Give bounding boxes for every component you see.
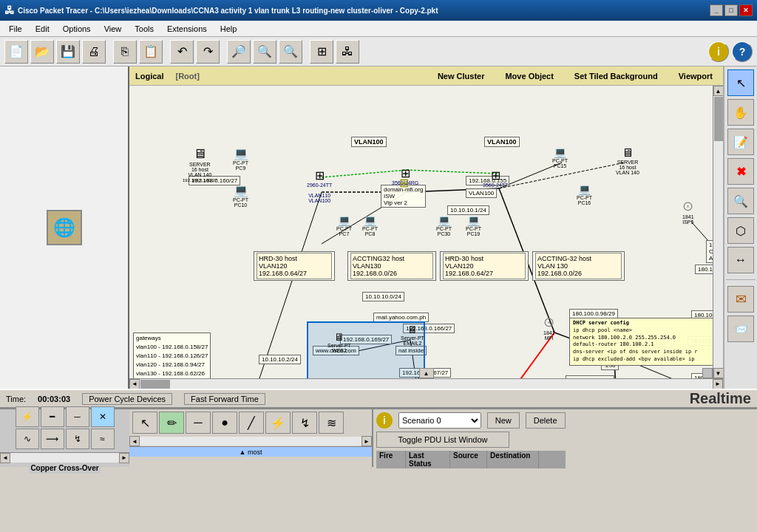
serial-dce-button[interactable]: ⟿ bbox=[41, 429, 64, 449]
vscroll-track[interactable] bbox=[713, 96, 724, 368]
hscroll-right[interactable]: ► bbox=[713, 379, 723, 389]
hscroll-left[interactable]: ◄ bbox=[129, 379, 140, 389]
pdu-select[interactable]: ↖ bbox=[132, 412, 157, 434]
canvas-right-expand[interactable] bbox=[702, 368, 713, 378]
straight-button[interactable]: ─ bbox=[66, 406, 89, 427]
pdu-lightning[interactable]: ↯ bbox=[292, 412, 317, 434]
viewport-button[interactable]: Viewport bbox=[674, 70, 717, 82]
pdu-scroll-right[interactable]: ► bbox=[361, 436, 372, 446]
toggle-pdu-button[interactable]: Toggle PDU List Window bbox=[376, 432, 509, 448]
grid-button[interactable]: ⊞ bbox=[310, 40, 333, 64]
pdu-tool-button[interactable]: ✉ bbox=[727, 286, 754, 313]
new-cluster-button[interactable]: New Cluster bbox=[433, 70, 489, 82]
note-tool-button[interactable]: 📝 bbox=[727, 129, 754, 155]
new-scenario-button[interactable]: New bbox=[487, 412, 520, 429]
sw1-icon[interactable]: ⊞ 2960-24TTVLAN110VLAN100 bbox=[307, 168, 332, 203]
domain-sw-icon[interactable]: ⊞ bbox=[399, 176, 409, 190]
pc7-icon[interactable]: 💻 PC-PTPC7 bbox=[336, 214, 352, 236]
minimize-button[interactable]: _ bbox=[710, 4, 723, 16]
pdu-draw-line[interactable]: ✏ bbox=[159, 412, 184, 434]
pdu-zigzag[interactable]: ⚡ bbox=[265, 412, 291, 434]
hscroll-track[interactable] bbox=[140, 379, 713, 389]
menu-view[interactable]: View bbox=[98, 23, 128, 35]
open-button[interactable]: 📂 bbox=[30, 40, 54, 64]
conn-scroll-right[interactable]: ► bbox=[119, 453, 129, 463]
conn-scroll-left[interactable]: ◄ bbox=[0, 453, 10, 463]
logical-view-icon: 🌐 bbox=[47, 210, 82, 245]
auto-connect-button[interactable]: ⚡ bbox=[16, 406, 39, 427]
move-tool-button[interactable]: ✋ bbox=[727, 99, 754, 126]
pdu-scroll-track[interactable] bbox=[140, 437, 361, 446]
pdu-straight-line[interactable]: ─ bbox=[186, 412, 211, 434]
pc10-icon[interactable]: 💻 PC-PTPC10 bbox=[233, 183, 248, 208]
delete-tool-button[interactable]: ✖ bbox=[727, 158, 754, 185]
serial-dte-button[interactable]: ↯ bbox=[66, 429, 89, 449]
pc20-icon[interactable]: 💻 PC-PTPC30 bbox=[436, 214, 452, 236]
pc16-icon[interactable]: 💻 PC-PTPC16 bbox=[577, 183, 592, 205]
network-button[interactable]: 🖧 bbox=[336, 40, 359, 64]
save-button[interactable]: 💾 bbox=[56, 40, 80, 64]
close-button[interactable]: ✕ bbox=[739, 4, 753, 16]
move-object-button[interactable]: Move Object bbox=[500, 70, 557, 82]
isp5-icon[interactable]: ⊙ 1841ISP5 bbox=[682, 198, 694, 225]
vscroll-down[interactable]: ▼ bbox=[713, 368, 724, 378]
undo-button[interactable]: ↶ bbox=[170, 40, 194, 64]
print-button[interactable]: 🖨 bbox=[82, 40, 106, 64]
pc15-icon[interactable]: 💻 PC-PTPC15 bbox=[552, 146, 568, 168]
coaxial-button[interactable]: ≈ bbox=[91, 429, 115, 449]
pdu-slash[interactable]: ╱ bbox=[239, 412, 264, 434]
pdu-dot[interactable]: ● bbox=[212, 412, 237, 434]
help-toolbar-button[interactable]: ? bbox=[732, 41, 753, 62]
set-tiled-button[interactable]: Set Tiled Background bbox=[570, 70, 662, 82]
vscroll-up[interactable]: ▲ bbox=[713, 86, 724, 96]
crossover-button[interactable]: ✕ bbox=[91, 406, 115, 427]
logical-label: Logical bbox=[135, 72, 164, 81]
menu-edit[interactable]: Edit bbox=[30, 23, 55, 35]
info-button[interactable]: i bbox=[708, 41, 729, 62]
menu-options[interactable]: Options bbox=[57, 23, 97, 35]
pdu-bar-expand[interactable]: ▲ most bbox=[129, 446, 372, 457]
maximize-button[interactable]: □ bbox=[724, 4, 738, 16]
pc9-icon[interactable]: 💻 PC-PTPC9 bbox=[233, 146, 248, 171]
paste-button[interactable]: 📋 bbox=[139, 40, 163, 64]
horizontal-scrollbar[interactable]: ◄ ► bbox=[129, 378, 723, 389]
server2-icon[interactable]: 🖥 SERVER16 hostVLAN 140 bbox=[616, 146, 639, 175]
network-canvas[interactable]: Logical [Root] New Cluster Move Object S… bbox=[129, 66, 724, 389]
menu-file[interactable]: File bbox=[3, 23, 28, 35]
delete-scenario-button[interactable]: Delete bbox=[526, 412, 566, 429]
zoom-tool-button[interactable]: 🔍 bbox=[727, 188, 754, 214]
redo-button[interactable]: ↷ bbox=[196, 40, 220, 64]
hscroll-thumb[interactable] bbox=[140, 380, 170, 389]
vertical-scrollbar[interactable]: ▲ ▼ bbox=[713, 86, 723, 378]
menu-help[interactable]: Help bbox=[214, 23, 243, 35]
server1-icon[interactable]: 🖥 SERVER16 hostVLAN 140192.168.0.160/27 bbox=[183, 146, 217, 183]
resize-tool-button[interactable]: ↔ bbox=[727, 247, 754, 273]
copy-button[interactable]: ⎘ bbox=[113, 40, 137, 64]
zoom-out-button[interactable]: 🔍 bbox=[279, 40, 302, 64]
zoom-reset-button[interactable]: 🔍 bbox=[253, 40, 276, 64]
mfi-icon[interactable]: ⊙ 1841MFI bbox=[543, 314, 555, 341]
pdu-complex-button[interactable]: 📨 bbox=[727, 316, 754, 342]
polygon-tool-button[interactable]: ⬡ bbox=[727, 217, 754, 244]
fast-forward-button[interactable]: Fast Forward Time bbox=[184, 393, 265, 405]
sw2-icon[interactable]: ⊞ 3560-24TT bbox=[483, 168, 508, 188]
pc8-icon[interactable]: 💻 PC-PTPC8 bbox=[362, 214, 378, 236]
select-tool-button[interactable]: ↖ bbox=[727, 69, 754, 96]
new-button[interactable]: 📄 bbox=[4, 40, 28, 64]
pdu-scrollbar[interactable]: ◄ ► bbox=[129, 436, 372, 446]
zoom-in-button[interactable]: 🔎 bbox=[227, 40, 251, 64]
sw3-icon[interactable]: ⊞ 3560-24RG bbox=[392, 166, 418, 185]
pdu-scroll-left[interactable]: ◄ bbox=[129, 436, 140, 446]
vscroll-thumb[interactable] bbox=[714, 97, 723, 141]
menu-extensions[interactable]: Extensions bbox=[161, 23, 213, 35]
ip-10-10-1: 10.10.10.1/24 bbox=[447, 205, 489, 215]
canvas-bottom-expand[interactable]: ▲ bbox=[419, 368, 434, 378]
console-button[interactable]: ━ bbox=[41, 406, 64, 427]
rollover-button[interactable]: ∿ bbox=[16, 429, 39, 449]
conn-scroll-track[interactable] bbox=[10, 453, 119, 463]
menu-tools[interactable]: Tools bbox=[129, 23, 160, 35]
scenario-dropdown[interactable]: Scenario 0 bbox=[398, 412, 481, 429]
isp3-icon[interactable]: ⊙ 1841ISP3 bbox=[601, 336, 613, 363]
pdu-unknown[interactable]: ≋ bbox=[319, 412, 344, 434]
pc19-icon[interactable]: 💻 PC-PTPC19 bbox=[466, 214, 481, 236]
